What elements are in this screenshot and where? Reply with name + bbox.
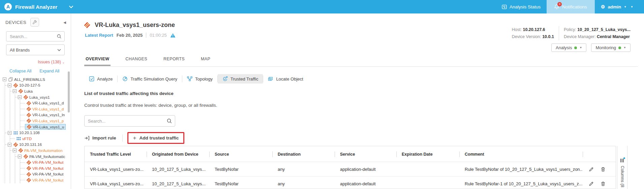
device-search-input[interactable] bbox=[6, 31, 65, 41]
issues-toggle[interactable]: Issues (138) ⌄ bbox=[0, 60, 71, 64]
analysis-status-label: Analysis Status bbox=[510, 4, 541, 9]
monitoring-button-label: Monitoring bbox=[595, 45, 616, 50]
add-trusted-traffic-label: Add trusted traffic bbox=[139, 135, 179, 140]
delete-icon[interactable] bbox=[601, 181, 606, 186]
column-header-destination[interactable]: Destination bbox=[272, 146, 335, 162]
tab-overview[interactable]: OVERVIEW bbox=[84, 56, 111, 66]
analysis-status-dropdown[interactable]: Analysis ▼ bbox=[551, 43, 586, 52]
palo-alto-device-icon bbox=[19, 89, 23, 93]
monitoring-status-dropdown[interactable]: Monitoring ▼ bbox=[591, 43, 631, 52]
tree-item-vr-pa-vm_foraut[interactable]: VR-PA-VM_forAut bbox=[20, 171, 69, 178]
trusted-traffic-search-input[interactable] bbox=[84, 115, 175, 127]
tree-expander-icon[interactable] bbox=[8, 143, 11, 147]
trusted-traffic-search bbox=[84, 115, 175, 127]
topbar-spacer bbox=[73, 0, 496, 13]
monitoring-status-dot bbox=[618, 46, 621, 49]
cell-originated: 10_20_127_5_Luka_vsys... bbox=[147, 181, 209, 186]
edit-icon[interactable] bbox=[589, 167, 594, 172]
collapse-all-link[interactable]: Collapse All bbox=[9, 69, 31, 73]
tree-expander-icon[interactable] bbox=[3, 77, 6, 81]
cell-level: VR-Luka_vsys1_users-zo... bbox=[85, 167, 147, 172]
tool-label: Locate Object bbox=[276, 76, 303, 82]
table-row[interactable]: VR-Luka_vsys1_users-zo...10_20_127_5_Luk… bbox=[85, 162, 616, 177]
column-header-comment[interactable]: Comment bbox=[459, 146, 583, 162]
sidebar-scrollbar[interactable] bbox=[68, 71, 70, 113]
tool-topology[interactable]: Topology bbox=[182, 74, 217, 84]
tool-analyze[interactable]: Analyze bbox=[84, 74, 117, 84]
tree-item-label: Luka_vsys1 bbox=[29, 95, 50, 99]
tree-item-vr-luka_vsys1_in[interactable]: VR-Luka_vsys1_In bbox=[20, 112, 69, 118]
tree-item-pa-vm_forautomation[interactable]: PA-VM_forAutomation bbox=[10, 148, 69, 154]
info-divider bbox=[559, 26, 559, 40]
tree-item-10.20.1.108[interactable]: 10.20.1.108 bbox=[5, 130, 69, 136]
tree-item-pa-vm_forautomatic[interactable]: PA-VM_forAutomatic bbox=[15, 154, 69, 160]
tree-item-vr-luka_vsys1_d[interactable]: VR-Luka_vsys1_d bbox=[20, 106, 69, 112]
tree-expander-icon[interactable] bbox=[8, 84, 11, 87]
table-row[interactable]: VR-Luka_vsys1_users-zo...10_20_127_5_Luk… bbox=[85, 177, 616, 189]
tree-item-vr-luka_vsys1_u[interactable]: VR-Luka_vsys1_u bbox=[20, 124, 69, 130]
tree-item-10-20-127-5[interactable]: 10-20-127-5 bbox=[5, 83, 69, 89]
device-settings-button[interactable] bbox=[30, 18, 39, 27]
cell-originated: 10_20_127_5_Luka_vsys... bbox=[147, 167, 209, 172]
tool-trusted-traffic[interactable]: Trusted Traffic bbox=[218, 74, 263, 84]
add-trusted-traffic-button[interactable]: + Add trusted traffic bbox=[127, 132, 185, 144]
tab-reports[interactable]: REPORTS bbox=[162, 56, 186, 66]
tree-expander-icon[interactable] bbox=[13, 149, 17, 152]
edit-icon[interactable] bbox=[589, 181, 594, 186]
host-value: 10.20.127.6 bbox=[523, 27, 545, 32]
palo-alto-device-icon bbox=[27, 178, 31, 182]
warning-icon[interactable] bbox=[170, 33, 176, 38]
delete-icon[interactable] bbox=[601, 167, 606, 172]
tree-expander-icon[interactable] bbox=[13, 89, 17, 93]
tree-item-vr-pa-vm_foraut[interactable]: VR-PA-VM_forAut bbox=[20, 165, 69, 171]
tree-item-vftd[interactable]: vFTD bbox=[10, 136, 69, 142]
report-row: Latest Report Feb 20, 2025 01:00:25 bbox=[85, 33, 176, 38]
tree-item-luka_vsys1[interactable]: Luka_vsys1 bbox=[15, 94, 69, 100]
monitoring-caret-icon: ▼ bbox=[623, 46, 626, 49]
tool-traffic-simulation-query[interactable]: Traffic Simulation Query bbox=[118, 74, 182, 84]
app-switcher-chevron-icon[interactable] bbox=[69, 5, 73, 8]
device-search bbox=[6, 31, 65, 41]
tree-expander-icon[interactable] bbox=[18, 155, 22, 158]
column-header-source[interactable]: Source bbox=[209, 146, 272, 162]
secondary-caret-icon[interactable]: ▼ bbox=[631, 5, 633, 8]
tree-item-vr-luka_vsys1_d[interactable]: VR-Luka_vsys1_d bbox=[20, 100, 69, 106]
device-info-panel: Host: 10.20.127.6 Device Version: 10.0.1… bbox=[512, 26, 631, 52]
tab-changes[interactable]: CHANGES bbox=[124, 56, 149, 66]
latest-report-link[interactable]: Latest Report bbox=[85, 33, 113, 38]
expand-all-link[interactable]: Expand All bbox=[39, 69, 59, 73]
admin-menu[interactable]: ⚙ admin ▼ ▼ bbox=[595, 0, 644, 13]
cell-comment: Rule TestByNofar of 10_20_127_5_Luka_vsy… bbox=[459, 167, 583, 172]
tree-item-all_firewalls[interactable]: ALL_FIREWALLS bbox=[2, 76, 69, 83]
tool-label: Trusted Traffic bbox=[231, 76, 258, 82]
column-header-originated-from-device[interactable]: Originated from Device bbox=[147, 146, 209, 162]
tab-map[interactable]: MAP bbox=[200, 56, 212, 66]
tree-item-luka[interactable]: Luka bbox=[10, 88, 69, 94]
column-header-expiration-date[interactable]: Expiration Date bbox=[396, 146, 459, 162]
collapse-panel-icon[interactable]: ◀ bbox=[63, 21, 66, 24]
columns-panel-tab[interactable]: Columns (8 bbox=[617, 146, 627, 189]
tree-item-vr-pa-vm_foraut[interactable]: VR-PA-VM_forAut bbox=[20, 177, 69, 183]
notifications-button[interactable]: 0 Notifications bbox=[547, 0, 594, 13]
devices-panel-title: DEVICES bbox=[5, 20, 26, 25]
tree-expander-icon[interactable] bbox=[8, 131, 11, 135]
tree-item-label: 10.20.1.108 bbox=[19, 131, 40, 135]
brand-filter-select[interactable]: All Brands bbox=[6, 44, 65, 55]
devices-sidebar: DEVICES ◀ All Brands Issues (138) ⌄ Coll… bbox=[0, 13, 71, 189]
tree-expander-icon[interactable] bbox=[18, 95, 22, 99]
column-header-trusted-traffic-level[interactable]: Trusted Traffic Level bbox=[85, 146, 147, 162]
tabs-separator bbox=[84, 66, 638, 67]
tree-item-vr-luka_vsys1_p[interactable]: VR-Luka_vsys1_p bbox=[20, 118, 69, 124]
column-header-service[interactable]: Service bbox=[335, 146, 396, 162]
import-rule-button[interactable]: Import rule bbox=[84, 133, 116, 144]
gear-icon: ⚙ bbox=[601, 4, 605, 9]
tool-locate-object[interactable]: Locate Object bbox=[263, 74, 308, 84]
tree-item-vr-pa-vm_foraut[interactable]: VR-PA-VM_forAut bbox=[20, 159, 69, 165]
tree-item-label: VR-Luka_vsys1_In bbox=[32, 113, 65, 117]
device-version-line: Device Version: 10.0.1 bbox=[512, 33, 554, 40]
chevron-down-icon bbox=[57, 49, 61, 51]
tree-item-10.20.131.16[interactable]: 10.20.131.16 bbox=[5, 142, 69, 148]
analysis-status-button[interactable]: Analysis Status bbox=[496, 0, 547, 13]
tree-item-label: VR-Luka_vsys1_d bbox=[32, 107, 64, 111]
palo-alto-device-icon bbox=[27, 125, 31, 129]
